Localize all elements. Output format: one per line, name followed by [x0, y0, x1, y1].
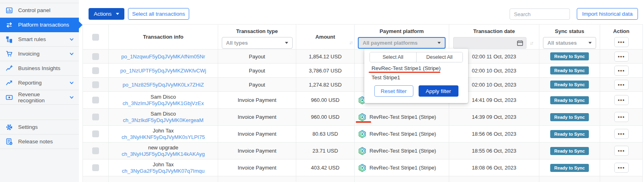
row-checkbox[interactable]: [92, 164, 99, 171]
transaction-id-link[interactable]: po_1NzUPTF5yDqJVyMKZWKfvCWj: [109, 68, 218, 74]
bulk-action-menu-button[interactable]: ●●●: [614, 37, 629, 47]
chevron-down-icon[interactable]: [69, 95, 74, 100]
amount-cell: 960.00 USD: [296, 109, 355, 126]
column-header-amount: Amount: [296, 34, 354, 40]
transaction-id-link[interactable]: ch_3NzImJF5yDqJVyMK1GbjVzEx: [109, 100, 218, 106]
payment-platform-name: RevRec-Test Stripe1 (Stripe): [369, 131, 436, 137]
chevron-down-icon: [588, 42, 592, 44]
search-input[interactable]: [510, 8, 570, 20]
row-action-menu-button[interactable]: ●●●: [614, 163, 629, 173]
gear-icon: [6, 124, 13, 131]
transaction-id-link[interactable]: po_1Nz825F5yDqJVyMK0Lx7ZHiZ: [109, 82, 218, 88]
sort-amount-icon[interactable]: ↓↑: [349, 40, 352, 46]
sidebar-item-control-panel[interactable]: Control panel: [0, 3, 79, 18]
row-action-menu-button[interactable]: ●●●: [614, 95, 629, 105]
transaction-info-cell: Sam Discoch_3NzImJF5yDqJVyMK1GbjVzEx: [109, 92, 218, 109]
table-row: new upgradech_3NyHJ5F5yDqJVyMK14kAKAygIn…: [83, 143, 643, 159]
action-cell: ●●●: [600, 50, 643, 64]
amount-cell: 403.42 USD: [296, 159, 355, 176]
table-row: John Taxch_3NyGa2F5yDqJVyMK07q7ImquInvoi…: [83, 159, 643, 176]
transaction-type-cell: Payout: [218, 50, 296, 64]
sidebar-item-business-insights[interactable]: Business Insights: [0, 61, 79, 76]
row-checkbox[interactable]: [92, 147, 99, 154]
chevron-down-icon[interactable]: [69, 81, 74, 85]
payment-platform-cell: RevRec-Test Stripe1 (Stripe): [355, 143, 449, 159]
sidebar-top-divider: [0, 0, 79, 3]
sync-status-badge: Ready to Sync: [550, 147, 589, 155]
stripe-platform-icon: [358, 147, 366, 155]
sidebar-item-invoicing[interactable]: Invoicing: [0, 47, 79, 61]
row-checkbox[interactable]: [92, 67, 99, 74]
platform-option-revrec-test-stripe1-stripe[interactable]: RevRec-Test Stripe1 (Stripe): [369, 65, 463, 71]
row-checkbox-cell: [83, 92, 109, 109]
apply-filter-button[interactable]: Apply filter: [419, 85, 458, 97]
sidebar-item-release-notes[interactable]: Release notes: [0, 134, 79, 149]
row-checkbox-cell: [83, 50, 109, 64]
amount-cell: 3,786.07 USD: [296, 64, 355, 78]
transaction-customer-name: new upgrade: [109, 145, 218, 151]
calendar-icon: [517, 40, 523, 46]
transaction-customer-name: John Tax: [109, 161, 218, 168]
row-action-menu-button[interactable]: ●●●: [614, 112, 629, 122]
row-action-menu-button[interactable]: ●●●: [614, 129, 629, 139]
row-action-menu-button[interactable]: ●●●: [614, 66, 629, 76]
amount-cell: 80.63 USD: [296, 126, 355, 143]
reset-filter-button[interactable]: Reset filter: [374, 85, 413, 97]
row-checkbox[interactable]: [92, 81, 99, 88]
row-action-menu-button[interactable]: ●●●: [614, 80, 629, 90]
row-checkbox[interactable]: [92, 53, 99, 60]
payment-platform-name: RevRec-Test Stripe1 (Stripe): [369, 148, 436, 154]
chevron-down-icon[interactable]: [69, 37, 74, 42]
sidebar-item-settings[interactable]: Settings: [0, 120, 79, 134]
payment-platform-dropdown: Select All Deselect All RevRec-Test Stri…: [364, 49, 468, 103]
sidebar-item-smart-rules[interactable]: Smart rules: [0, 32, 79, 47]
chevron-down-icon[interactable]: [69, 52, 74, 56]
line-chart-icon: [6, 79, 13, 87]
row-action-menu-button[interactable]: ●●●: [614, 146, 629, 156]
transaction-info-cell: po_1Nz825F5yDqJVyMK0Lx7ZHiZ: [109, 78, 218, 92]
amount-cell: 1,854.12 USD: [296, 50, 355, 64]
row-checkbox-cell: [83, 126, 109, 143]
transaction-id-link[interactable]: ch_3NzIkdF5yDqJVyMK0KergeaM: [109, 117, 218, 123]
sync-status-filter-value: All statuses: [547, 40, 577, 46]
import-historical-data-button[interactable]: Import historical data: [577, 8, 638, 20]
column-header-transaction-type: Transaction type: [218, 28, 296, 34]
sidebar-item-label: Invoicing: [18, 51, 39, 57]
sidebar-item-revenue-recognition[interactable]: Revenue recognition: [0, 90, 79, 105]
sidebar-item-reporting[interactable]: Reporting: [0, 76, 79, 90]
transaction-type-filter[interactable]: All types: [222, 37, 293, 49]
row-checkbox[interactable]: [92, 114, 99, 120]
actions-button[interactable]: Actions: [89, 8, 124, 20]
amount-cell: 1,274.82 USD: [296, 78, 355, 92]
deselect-all-button[interactable]: Deselect All: [417, 52, 463, 62]
transaction-id-link[interactable]: po_1NzqwuF5yDqJVyMKAfNm05Nr: [109, 54, 218, 60]
select-all-transactions-button[interactable]: Select all transactions: [128, 8, 189, 20]
sync-status-filter[interactable]: All statuses: [543, 37, 596, 49]
transaction-id-link[interactable]: ch_3NyHJ5F5yDqJVyMK14kAKAyg: [109, 151, 218, 157]
page: Control panelPlatform transactionsSmart …: [0, 0, 644, 182]
sync-status-badge: Ready to Sync: [550, 113, 589, 121]
sidebar: Control panelPlatform transactionsSmart …: [0, 0, 79, 182]
select-all-checkbox[interactable]: [92, 34, 99, 41]
transaction-id-link[interactable]: ch_3NyHKNF5yDqJVyMK0sYLPI75: [109, 134, 218, 140]
row-checkbox-cell: [83, 143, 109, 159]
release-notes-icon: [6, 138, 13, 145]
transaction-info-cell: Sam Discoch_3NzIkdF5yDqJVyMK0KergeaM: [109, 109, 218, 126]
amount-cell: 960.00 USD: [296, 92, 355, 109]
transaction-date-filter[interactable]: [453, 37, 526, 49]
sync-status-badge: Ready to Sync: [550, 96, 589, 104]
row-checkbox[interactable]: [92, 97, 99, 103]
select-all-button[interactable]: Select All: [370, 52, 417, 62]
row-checkbox[interactable]: [92, 130, 99, 137]
payment-platform-cell: RevRec-Test Stripe1 (Stripe): [355, 109, 449, 126]
sidebar-item-platform-transactions[interactable]: Platform transactions: [0, 18, 79, 32]
payment-platform-filter[interactable]: All payment platforms: [358, 37, 446, 49]
sidebar-item-label: Business Insights: [18, 65, 60, 71]
column-header-action: Action: [600, 28, 642, 34]
transaction-id-link[interactable]: ch_3NyGa2F5yDqJVyMK07q7Imqu: [109, 168, 218, 174]
toolbar: Actions Select all transactions Import h…: [79, 8, 644, 20]
sort-date-icon[interactable]: ↓↑: [530, 40, 533, 46]
platform-option-test-stripe1[interactable]: Test Stripe1: [369, 74, 463, 81]
row-action-menu-button[interactable]: ●●●: [614, 52, 629, 62]
action-cell: ●●●: [600, 78, 643, 92]
